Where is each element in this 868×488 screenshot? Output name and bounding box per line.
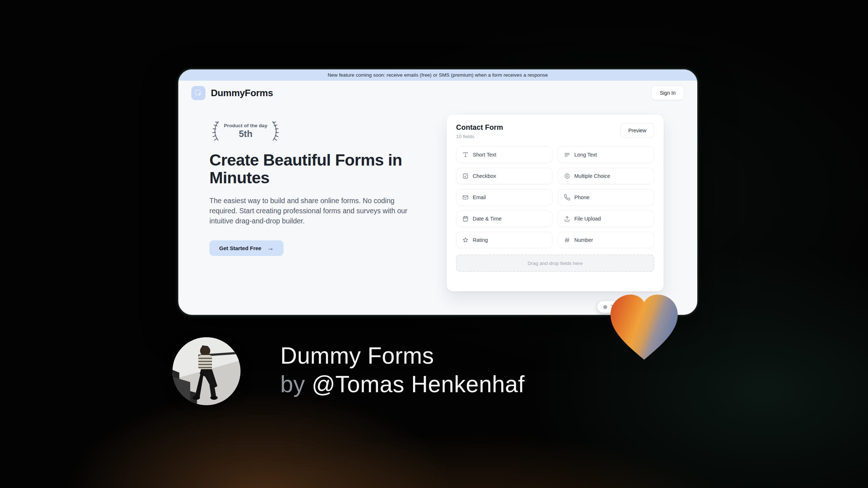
- field-type-label: Email: [473, 194, 486, 200]
- award-text: Product of the day 5th: [224, 123, 267, 139]
- announcement-text: New feature coming soon: receive emails …: [328, 72, 548, 78]
- form-builder-card: Contact Form 10 fields Preview Short Tex…: [447, 115, 664, 291]
- author-credit: Dummy Forms by @Tomas Henkenhaf: [280, 342, 525, 399]
- field-type-date-time[interactable]: Date & Time: [456, 210, 553, 227]
- form-field-count: 10 fields: [456, 134, 503, 139]
- drag-drop-zone[interactable]: Drag and drop fields here: [456, 254, 654, 272]
- get-started-button[interactable]: Get Started Free →: [209, 240, 284, 256]
- announcement-banner: New feature coming soon: receive emails …: [178, 69, 697, 81]
- hero-copy: Product of the day 5th Create Beautiful …: [209, 120, 434, 256]
- field-type-label: Checkbox: [473, 173, 496, 179]
- hero-description: The easiest way to build and share onlin…: [209, 196, 418, 226]
- gradient-heart-icon: [608, 293, 681, 361]
- form-card-header: Contact Form 10 fields Preview: [456, 123, 654, 139]
- field-type-file-upload[interactable]: File Upload: [558, 210, 654, 227]
- field-type-label: File Upload: [574, 216, 601, 222]
- field-type-label: Rating: [473, 237, 488, 243]
- laurel-right-icon: [271, 120, 282, 142]
- product-of-the-day-badge: Product of the day 5th: [209, 120, 282, 142]
- radio-icon: [564, 173, 570, 179]
- upload-icon: [564, 215, 570, 222]
- field-type-label: Long Text: [574, 152, 597, 158]
- dot-icon: [603, 305, 607, 309]
- product-name-text: Dummy Forms: [280, 342, 525, 370]
- author-handle: @Tomas Henkenhaf: [312, 371, 525, 397]
- field-type-email[interactable]: Email: [456, 189, 553, 206]
- mail-icon: [462, 194, 469, 201]
- field-type-label: Date & Time: [473, 216, 502, 222]
- field-type-label: Phone: [574, 194, 590, 200]
- arrow-right-icon: →: [267, 244, 274, 252]
- award-rank: 5th: [224, 129, 267, 139]
- author-avatar: [173, 337, 241, 405]
- field-type-label: Multiple Choice: [574, 173, 610, 179]
- field-type-checkbox[interactable]: Checkbox: [456, 168, 553, 184]
- laurel-left-icon: [209, 120, 220, 142]
- selection-cursor-icon: [194, 89, 203, 97]
- text-cursor-icon: [462, 151, 469, 158]
- award-title: Product of the day: [224, 123, 267, 128]
- calendar-icon: [462, 215, 469, 222]
- get-started-label: Get Started Free: [219, 245, 261, 251]
- hero-title: Create Beautiful Forms in Minutes: [209, 151, 412, 187]
- field-type-short-text[interactable]: Short Text: [456, 146, 553, 163]
- browser-window: New feature coming soon: receive emails …: [177, 68, 699, 316]
- field-type-phone[interactable]: Phone: [558, 189, 654, 206]
- brand-logo[interactable]: [191, 86, 205, 100]
- hash-icon: [564, 237, 570, 243]
- drag-drop-text: Drag and drop fields here: [528, 261, 583, 266]
- hero-section: Product of the day 5th Create Beautiful …: [178, 105, 697, 316]
- site-header: DummyForms Sign In: [178, 81, 697, 105]
- byline: by @Tomas Henkenhaf: [280, 370, 525, 399]
- brand-name: DummyForms: [211, 87, 273, 99]
- field-type-grid: Short TextLong TextCheckboxMultiple Choi…: [456, 146, 654, 248]
- preview-button[interactable]: Preview: [620, 123, 654, 138]
- sign-in-button[interactable]: Sign In: [651, 86, 684, 100]
- field-type-label: Short Text: [473, 152, 496, 158]
- byline-prefix: by: [280, 371, 312, 397]
- form-title: Contact Form: [456, 123, 503, 132]
- phone-icon: [564, 194, 570, 201]
- field-type-number[interactable]: Number: [558, 232, 654, 248]
- avatar-photo: [173, 337, 241, 405]
- align-left-icon: [564, 151, 570, 158]
- field-type-label: Number: [574, 237, 593, 243]
- field-type-rating[interactable]: Rating: [456, 232, 553, 248]
- field-type-long-text[interactable]: Long Text: [558, 146, 654, 163]
- field-type-multiple-choice[interactable]: Multiple Choice: [558, 168, 654, 184]
- checkbox-icon: [462, 173, 469, 179]
- star-icon: [462, 237, 469, 243]
- form-card-titles: Contact Form 10 fields: [456, 123, 503, 139]
